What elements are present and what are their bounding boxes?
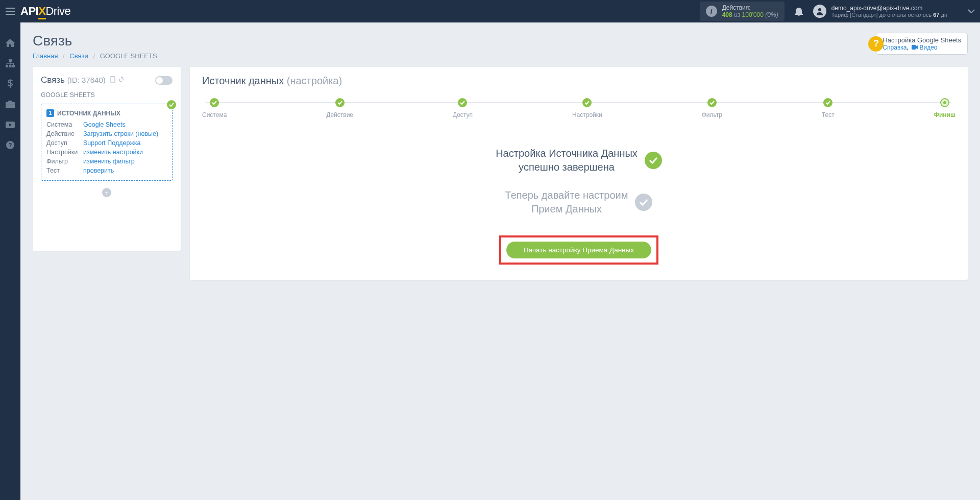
- copy-icon[interactable]: [110, 76, 116, 84]
- step-bar: Система Действие Доступ Настройки Фильтр…: [202, 98, 955, 118]
- step-action[interactable]: Действие: [326, 98, 353, 118]
- kv-key: Фильтр: [46, 158, 83, 165]
- actions-count: 408: [722, 11, 732, 18]
- help-circle-icon[interactable]: ?: [868, 36, 884, 52]
- breadcrumb: Главная / Связи / GOOGLE SHEETS: [33, 52, 157, 60]
- help-icon[interactable]: ?: [5, 140, 15, 150]
- main-title: Источник данных (настройка): [202, 75, 955, 87]
- step-filter[interactable]: Фильтр: [702, 98, 722, 118]
- svg-rect-7: [6, 105, 15, 105]
- bell-icon[interactable]: [795, 7, 803, 16]
- svg-rect-11: [912, 45, 916, 50]
- block-index: 1: [46, 109, 54, 117]
- crumb-links[interactable]: Связи: [69, 52, 88, 60]
- page-title: Связь: [33, 33, 157, 49]
- conn-subtitle: GOOGLE SHEETS: [41, 91, 173, 99]
- topbar: APIXDrive i Действия: 408 из 100'000 (0%…: [0, 0, 980, 22]
- kv-val-system[interactable]: Google Sheets: [83, 121, 167, 128]
- start-receive-button[interactable]: Начать настройку Приема Данных: [506, 242, 651, 258]
- youtube-icon[interactable]: [5, 120, 15, 130]
- kv-key: Система: [46, 121, 83, 128]
- help-link[interactable]: Справка: [883, 44, 906, 51]
- kv-key: Тест: [46, 167, 83, 174]
- plan-info: Тариф |Стандарт| до оплаты осталось 67 д…: [831, 12, 947, 18]
- dollar-icon[interactable]: [5, 79, 15, 89]
- kv-val-test[interactable]: проверить: [83, 167, 167, 174]
- content: Связь Главная / Связи / GOOGLE SHEETS ? …: [20, 22, 980, 500]
- home-icon[interactable]: [5, 38, 15, 48]
- sitemap-icon[interactable]: [5, 58, 15, 68]
- svg-rect-2: [6, 65, 8, 67]
- svg-text:?: ?: [9, 142, 12, 148]
- kv-val-filter[interactable]: изменить фильтр: [83, 158, 167, 165]
- logo[interactable]: APIXDrive: [20, 5, 70, 18]
- svg-rect-4: [12, 65, 15, 67]
- gear-icon[interactable]: [118, 76, 125, 84]
- conn-title: Связь: [41, 75, 65, 85]
- actions-pct: (0%): [765, 11, 778, 18]
- svg-rect-12: [111, 77, 115, 82]
- help-box: ? Настройка Google Sheets Справка, Видео: [876, 33, 968, 55]
- chevron-down-icon[interactable]: [968, 9, 975, 13]
- kv-val-access[interactable]: Support Поддержка: [83, 139, 167, 147]
- actions-of: из: [734, 11, 740, 18]
- sidebar: ?: [0, 22, 20, 500]
- step-finish[interactable]: Финиш: [934, 98, 955, 118]
- helpbox-title: Настройка Google Sheets: [883, 36, 961, 44]
- info-icon: i: [706, 6, 717, 17]
- cta-highlight: Начать настройку Приема Данных: [499, 235, 658, 265]
- status-success: Настройка Источника Данных успешно завер…: [496, 147, 662, 174]
- user-menu[interactable]: demo_apix-drive@apix-drive.com Тариф |Ст…: [813, 5, 947, 18]
- check-icon: [167, 100, 176, 109]
- kv-key: Настройки: [46, 149, 83, 156]
- svg-rect-1: [9, 59, 12, 62]
- step-access[interactable]: Доступ: [453, 98, 473, 118]
- video-icon: [912, 44, 919, 51]
- source-block: 1 ИСТОЧНИК ДАННЫХ СистемаGoogle Sheets Д…: [41, 104, 173, 181]
- step-system[interactable]: Система: [202, 98, 227, 118]
- block-title: ИСТОЧНИК ДАННЫХ: [57, 110, 120, 117]
- crumb-current: GOOGLE SHEETS: [100, 52, 157, 60]
- briefcase-icon[interactable]: [5, 99, 15, 109]
- kv-key: Действие: [46, 130, 83, 137]
- kv-val-action[interactable]: Загрузить строки (новые): [83, 130, 167, 137]
- main-card: Источник данных (настройка) Система Дейс…: [190, 67, 968, 280]
- svg-rect-6: [8, 101, 12, 102]
- connection-card: Связь (ID: 37640) GOOGLE SHEETS: [33, 67, 181, 251]
- kv-key: Доступ: [46, 139, 83, 147]
- svg-point-0: [818, 8, 821, 11]
- check-icon: [635, 194, 652, 211]
- conn-id: (ID: 37640): [67, 76, 106, 84]
- hamburger-icon[interactable]: [0, 8, 20, 15]
- check-icon: [645, 152, 662, 169]
- actions-total: 100'000: [742, 11, 764, 18]
- enable-toggle[interactable]: [155, 76, 173, 85]
- step-settings[interactable]: Настройки: [572, 98, 602, 118]
- kv-val-settings[interactable]: изменить настройки: [83, 149, 167, 156]
- add-block-button[interactable]: +: [102, 188, 111, 197]
- status-next: Теперь давайте настроим Прием Данных: [505, 188, 653, 216]
- user-email: demo_apix-drive@apix-drive.com: [831, 5, 947, 12]
- video-link[interactable]: Видео: [919, 44, 937, 51]
- step-test[interactable]: Тест: [822, 98, 835, 118]
- svg-rect-3: [9, 65, 12, 67]
- avatar-icon: [813, 5, 826, 18]
- actions-counter[interactable]: i Действия: 408 из 100'000 (0%): [700, 2, 785, 21]
- actions-label: Действия:: [722, 4, 778, 11]
- crumb-home[interactable]: Главная: [33, 52, 58, 60]
